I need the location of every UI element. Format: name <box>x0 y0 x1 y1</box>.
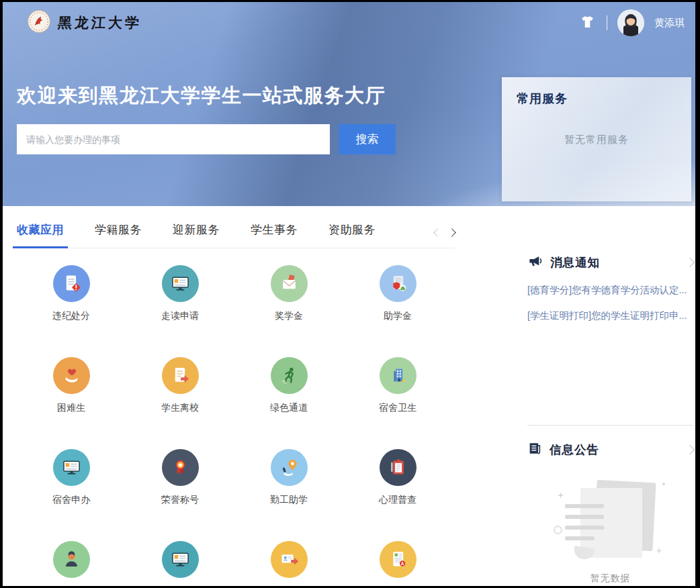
document-arrow-icon <box>162 357 199 394</box>
monitor-icon <box>162 541 199 578</box>
welcome-title: 欢迎来到黑龙江大学学生一站式服务大厅 <box>17 83 386 109</box>
megaphone-icon <box>527 253 543 271</box>
announcements-empty-text: 暂无数据 <box>527 573 693 585</box>
tab-4[interactable]: 资助服务 <box>329 222 376 248</box>
idcard-arrow-icon <box>271 541 308 578</box>
app-item[interactable]: 奖学金 <box>234 261 343 353</box>
app-item[interactable]: 心理普查 <box>343 445 452 537</box>
app-label: 宿舍卫生 <box>379 402 417 414</box>
monitor-icon <box>53 449 90 486</box>
app-item[interactable]: 学籍异动 <box>234 537 343 586</box>
notification-item[interactable]: [德育学分]您有学德育学分活动认定... <box>527 284 693 297</box>
app-label: 走读申请 <box>161 310 199 322</box>
apps-grid: 违纪处分走读申请奖学金助学金困难生学生离校绿色通道宿舍卫生宿舍申办荣誉称号勤工助… <box>17 261 452 586</box>
search-bar: 搜索 <box>17 124 396 154</box>
tab-3[interactable]: 学生事务 <box>251 222 298 248</box>
university-seal-icon <box>27 9 51 36</box>
app-item[interactable]: 学生证明打印 <box>126 537 234 586</box>
right-sidebar: 消息通知 [德育学分]您有学德育学分活动认定...[学生证明打印]您的学生证明打… <box>527 253 693 585</box>
notifications-header[interactable]: 消息通知 <box>527 253 693 271</box>
chevron-left-icon[interactable] <box>433 228 442 237</box>
tab-2[interactable]: 迎新服务 <box>173 222 220 248</box>
person-icon <box>53 541 90 578</box>
hand-heart-icon <box>53 357 90 394</box>
document-badge-icon <box>380 541 417 578</box>
building-icon <box>380 357 417 394</box>
app-label: 奖学金 <box>275 310 303 322</box>
document-warning-icon <box>53 265 90 302</box>
app-item[interactable]: 心理咨询 <box>17 537 126 586</box>
app-label: 困难生 <box>57 402 85 414</box>
runner-icon <box>271 357 308 394</box>
news-icon <box>527 441 542 458</box>
top-bar: 黑龙江大学 黄添琪 <box>3 2 695 38</box>
app-item[interactable]: 宿舍申办 <box>17 445 126 537</box>
tshirt-icon[interactable] <box>578 13 597 34</box>
quick-services-title: 常用服务 <box>502 77 691 107</box>
app-label: 宿舍申办 <box>52 494 90 506</box>
notifications-title: 消息通知 <box>550 254 600 271</box>
shield-document-icon <box>380 265 417 302</box>
app-label: 心理普查 <box>379 494 417 506</box>
chevron-right-icon[interactable] <box>685 257 695 266</box>
university-logo: 黑龙江大学 <box>27 9 142 36</box>
app-label: 助学金 <box>384 310 412 322</box>
app-label: 勤工助学 <box>270 494 308 506</box>
sidebar-divider <box>527 425 693 426</box>
medal-icon <box>162 449 199 486</box>
page: 黑龙江大学 黄添琪 <box>3 2 695 586</box>
app-item[interactable]: 走读申请 <box>126 261 234 353</box>
tab-1[interactable]: 学籍服务 <box>95 222 142 248</box>
app-item[interactable]: 助学金 <box>343 261 452 353</box>
hand-pin-icon <box>271 449 308 486</box>
empty-documents-illustration <box>554 477 668 563</box>
clipboard-icon <box>380 449 417 486</box>
service-tabs: 收藏应用学籍服务迎新服务学生事务资助服务 <box>17 222 455 248</box>
app-label: 学生离校 <box>161 402 199 414</box>
app-item[interactable]: 辅导员考核 <box>343 537 452 586</box>
app-label: 绿色通道 <box>270 402 308 414</box>
notification-list: [德育学分]您有学德育学分活动认定...[学生证明打印]您的学生证明打印申... <box>527 284 693 322</box>
avatar[interactable] <box>617 9 644 36</box>
app-label: 荣誉称号 <box>161 494 199 506</box>
hero-banner: 黑龙江大学 黄添琪 <box>3 2 695 206</box>
tab-0[interactable]: 收藏应用 <box>17 222 64 248</box>
app-item[interactable]: 宿舍卫生 <box>343 353 452 445</box>
announcements-header[interactable]: 信息公告 <box>527 441 693 458</box>
app-item[interactable]: 违纪处分 <box>17 261 126 353</box>
app-item[interactable]: 勤工助学 <box>234 445 343 537</box>
quick-services-card: 常用服务 暂无常用服务 <box>502 77 691 201</box>
announcements-title: 信息公告 <box>550 442 599 458</box>
monitor-icon <box>162 265 199 302</box>
tab-scroll-arrows <box>435 230 455 248</box>
chevron-right-icon[interactable] <box>685 445 695 454</box>
app-item[interactable]: 困难生 <box>17 353 126 445</box>
chevron-right-icon[interactable] <box>447 228 456 237</box>
app-item[interactable]: 学生离校 <box>126 353 234 445</box>
app-item[interactable]: 绿色通道 <box>234 353 343 445</box>
university-name: 黑龙江大学 <box>57 13 142 32</box>
quick-services-empty-text: 暂无常用服务 <box>502 134 691 146</box>
notification-item[interactable]: [学生证明打印]您的学生证明打印申... <box>527 309 693 322</box>
header-divider <box>607 15 607 30</box>
app-label: 违纪处分 <box>52 310 90 322</box>
envelope-icon <box>271 265 308 302</box>
search-input[interactable] <box>17 124 330 154</box>
username[interactable]: 黄添琪 <box>654 17 685 30</box>
app-item[interactable]: 荣誉称号 <box>126 445 234 537</box>
user-group: 黄添琪 <box>578 9 685 36</box>
search-button[interactable]: 搜索 <box>339 124 396 154</box>
